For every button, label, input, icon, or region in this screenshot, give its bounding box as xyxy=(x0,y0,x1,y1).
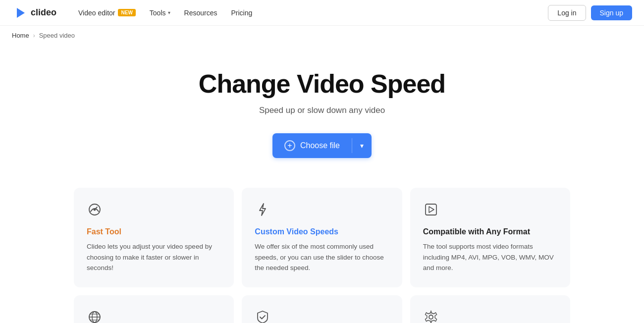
feature-title-custom-speeds: Custom Video Speeds xyxy=(255,227,389,236)
plus-icon: + xyxy=(284,140,295,151)
login-button[interactable]: Log in xyxy=(548,5,586,21)
gear-svg xyxy=(423,309,439,323)
globe-svg xyxy=(87,309,103,323)
nav-resources-label: Resources xyxy=(184,9,217,17)
hero-section: Change Video Speed Speed up or slow down… xyxy=(0,45,644,178)
features-grid-bottom: Fully Online Security Encryption Additio… xyxy=(74,295,570,323)
logo-text: clideo xyxy=(31,7,56,18)
nav-auth: Log in Sign up xyxy=(548,5,632,21)
signup-button[interactable]: Sign up xyxy=(591,5,632,20)
gear-icon xyxy=(423,309,557,323)
feature-custom-speeds: Custom Video Speeds We offer six of the … xyxy=(242,188,402,287)
tools-chevron-icon: ▾ xyxy=(168,10,170,15)
logo[interactable]: clideo xyxy=(12,5,56,21)
play-square-svg xyxy=(423,202,439,217)
breadcrumb-current: Speed video xyxy=(39,32,75,39)
bolt-icon xyxy=(255,202,389,219)
feature-compatible: Compatible with Any Format The tool supp… xyxy=(410,188,570,287)
dropdown-chevron-icon: ▾ xyxy=(360,142,364,150)
nav-item-video-editor[interactable]: Video editor NEW xyxy=(72,6,142,20)
svg-point-11 xyxy=(429,315,433,319)
speedometer-icon xyxy=(87,202,221,219)
feature-desc-compatible: The tool supports most video formats inc… xyxy=(423,241,557,273)
shield-check-svg xyxy=(255,309,270,323)
hero-title: Change Video Speed xyxy=(12,69,632,99)
globe-icon xyxy=(87,309,221,323)
nav-links: Video editor NEW Tools ▾ Resources Prici… xyxy=(72,6,548,20)
feature-security: Security Encryption xyxy=(242,295,402,323)
feature-fast-tool: Fast Tool Clideo lets you adjust your vi… xyxy=(74,188,234,287)
nav-item-pricing[interactable]: Pricing xyxy=(225,6,258,20)
svg-marker-0 xyxy=(17,8,25,18)
speedometer-svg xyxy=(87,202,103,217)
breadcrumb-separator: › xyxy=(33,32,35,39)
bolt-svg xyxy=(255,202,270,217)
feature-desc-custom-speeds: We offer six of the most commonly used s… xyxy=(255,241,389,273)
choose-file-button[interactable]: + Choose file ▾ xyxy=(272,133,372,158)
nav-pricing-label: Pricing xyxy=(231,9,252,17)
navbar: clideo Video editor NEW Tools ▾ Resource… xyxy=(0,0,644,26)
breadcrumb: Home › Speed video xyxy=(0,26,644,45)
logo-icon xyxy=(12,5,28,21)
shield-check-icon xyxy=(255,309,389,323)
choose-file-dropdown[interactable]: ▾ xyxy=(352,135,372,157)
feature-desc-fast-tool: Clideo lets you adjust your video speed … xyxy=(87,241,221,273)
feature-title-compatible: Compatible with Any Format xyxy=(423,227,557,236)
svg-marker-5 xyxy=(429,207,434,213)
breadcrumb-home[interactable]: Home xyxy=(12,32,29,39)
choose-file-label: Choose file xyxy=(300,141,340,150)
play-square-icon xyxy=(423,202,557,219)
nav-video-editor-label: Video editor xyxy=(78,9,115,17)
feature-additional-editing: Additional Editing Options xyxy=(410,295,570,323)
nav-item-tools[interactable]: Tools ▾ xyxy=(144,6,176,20)
features-grid-top: Fast Tool Clideo lets you adjust your vi… xyxy=(74,188,570,287)
feature-fully-online: Fully Online xyxy=(74,295,234,323)
choose-file-main-area[interactable]: + Choose file xyxy=(272,133,352,158)
new-badge: NEW xyxy=(118,9,135,16)
feature-title-fast-tool: Fast Tool xyxy=(87,227,221,236)
features-section: Fast Tool Clideo lets you adjust your vi… xyxy=(62,178,582,323)
svg-point-3 xyxy=(94,209,96,211)
hero-subtitle: Speed up or slow down any video xyxy=(12,106,632,115)
nav-tools-label: Tools xyxy=(150,9,166,17)
nav-item-resources[interactable]: Resources xyxy=(178,6,223,20)
svg-rect-4 xyxy=(426,204,436,215)
